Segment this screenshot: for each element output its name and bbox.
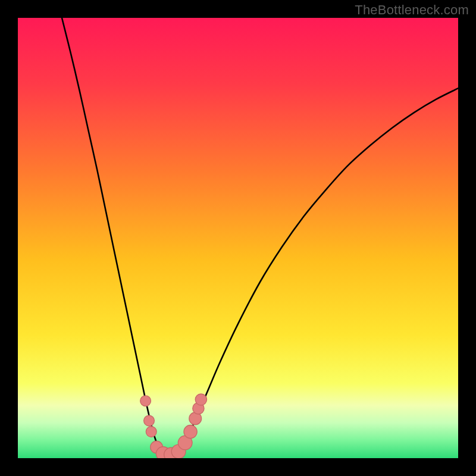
watermark-text: TheBottleneck.com [355,2,469,18]
data-dot [184,425,197,439]
bottleneck-chart [18,18,458,458]
plot-area [18,18,458,458]
chart-frame: TheBottleneck.com [0,0,476,476]
gradient-background [18,18,458,458]
data-dot [140,396,151,406]
data-dot [195,394,206,405]
data-dot [144,415,155,426]
data-dot [146,427,156,437]
